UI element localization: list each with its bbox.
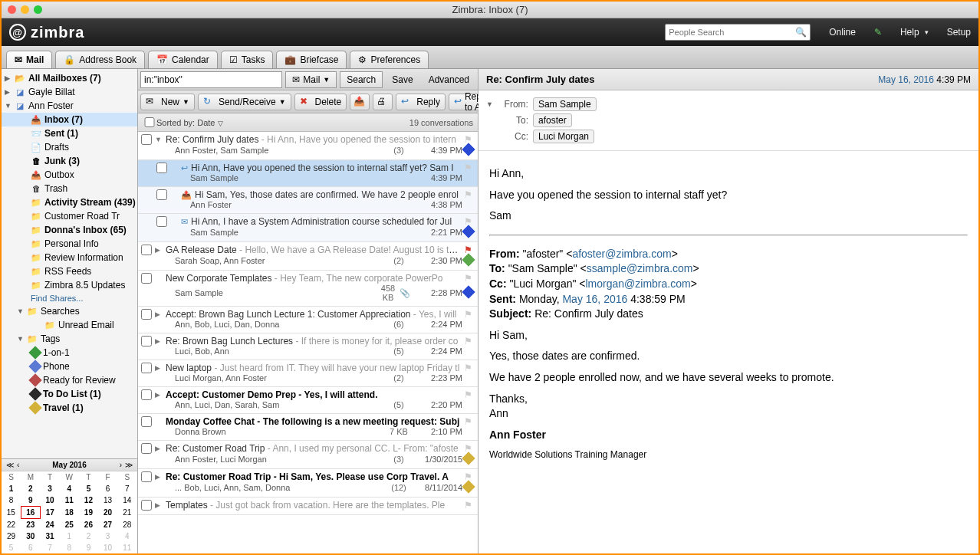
cal-day[interactable]: 23 (21, 519, 40, 531)
find-shares-link[interactable]: Find Shares... (2, 292, 137, 304)
cal-day[interactable]: 31 (40, 530, 59, 542)
select-checkbox[interactable] (141, 245, 152, 255)
folder-zimbra[interactable]: 📁Zimbra 8.5 Updates (2, 278, 137, 292)
cal-day[interactable]: 19 (79, 507, 98, 519)
conversation-item[interactable]: New Corporate Templates - Hey Team, The … (138, 271, 478, 307)
cal-day[interactable]: 1 (60, 530, 79, 542)
tab-address-book[interactable]: 🔒Address Book (55, 51, 145, 68)
flag-icon[interactable]: ⚑ (464, 336, 475, 346)
cal-day[interactable]: 16 (21, 507, 40, 519)
search-icon[interactable]: 🔍 (795, 27, 807, 38)
expand-toggle[interactable]: ▶ (155, 246, 163, 254)
print-button[interactable]: 🖨 (373, 94, 393, 110)
tab-tasks[interactable]: ☑Tasks (221, 51, 274, 68)
tab-calendar[interactable]: 📅Calendar (148, 51, 218, 68)
cal-day[interactable]: 24 (40, 519, 59, 531)
flag-icon[interactable]: ⚑ (464, 500, 475, 511)
cal-day[interactable]: 10 (40, 494, 59, 507)
conversation-list[interactable]: ▼ Re: Confirm July dates - Hi Ann, Have … (138, 132, 478, 553)
tags-folder[interactable]: ▼📁 Tags (2, 332, 137, 346)
cal-day[interactable]: 26 (79, 519, 98, 531)
select-checkbox[interactable] (156, 189, 167, 200)
help-menu[interactable]: Help (900, 27, 929, 38)
folder-review[interactable]: 📁Review Information (2, 251, 137, 264)
select-checkbox[interactable] (141, 273, 152, 284)
quoted-cc-email[interactable]: lmorgan@zimbra.com (586, 278, 691, 290)
folder-junk[interactable]: 🗑Junk (3) (2, 154, 137, 168)
expand-toggle[interactable]: ▶ (155, 364, 163, 372)
folder-trash[interactable]: 🗑Trash (2, 182, 137, 195)
expand-toggle[interactable]: ▶ (155, 501, 163, 509)
expand-toggle[interactable]: ▶ (155, 445, 163, 452)
select-checkbox[interactable] (141, 500, 152, 511)
folder-inbox[interactable]: 📥Inbox (7) (2, 113, 137, 126)
reply-button[interactable]: ↩Reply (396, 94, 446, 110)
conversation-item[interactable]: Monday Coffee Chat - The following is a … (138, 414, 478, 441)
search-unread[interactable]: 📁 Unread Email (2, 318, 137, 332)
mail-search-input[interactable] (140, 71, 282, 88)
conversation-item[interactable]: ▶ Accept: Brown Bag Lunch Lecture 1: Cus… (138, 307, 478, 333)
move-button[interactable]: 📤 (350, 94, 370, 110)
message-item[interactable]: ↩ Hi Ann, Have you opened the session to… (138, 160, 478, 187)
cal-day[interactable]: 11 (117, 542, 136, 553)
conversation-item[interactable]: ▶ Accept: Customer Demo Prep - Yes, I wi… (138, 387, 478, 414)
cal-day[interactable]: 12 (79, 494, 98, 507)
tab-briefcase[interactable]: 💼Briefcase (276, 51, 347, 68)
cal-day[interactable]: 2 (21, 483, 40, 494)
cal-next-year[interactable]: ≫ (123, 461, 134, 469)
flag-icon[interactable]: ⚑ (464, 273, 475, 284)
tag-travel[interactable]: Travel (1) (2, 401, 137, 415)
conversation-item[interactable]: ▼ Re: Confirm July dates - Hi Ann, Have … (138, 132, 478, 160)
tab-preferences[interactable]: ⚙Preferences (350, 51, 429, 68)
cal-day[interactable]: 5 (2, 542, 21, 553)
folder-customer[interactable]: 📁Customer Road Tr (2, 209, 137, 223)
quoted-to-email[interactable]: ssample@zimbra.com (587, 262, 693, 274)
save-search-button[interactable]: Save (386, 74, 419, 85)
cal-day[interactable]: 5 (79, 483, 98, 494)
tag-phone[interactable]: Phone (2, 360, 137, 373)
cal-day[interactable]: 18 (60, 507, 79, 519)
account-ann[interactable]: ▼◪ Ann Foster (2, 99, 137, 113)
conversation-item[interactable]: ▶ New laptop - Just heard from IT. They … (138, 360, 478, 387)
quoted-from-email[interactable]: afoster@zimbra.com (572, 248, 671, 260)
online-status[interactable]: Online (829, 27, 856, 38)
search-type-dropdown[interactable]: ✉ Mail ▼ (285, 71, 337, 88)
cal-day[interactable]: 9 (21, 494, 40, 507)
message-item[interactable]: 📤 Hi Sam, Yes, those dates are confirmed… (138, 187, 478, 214)
all-mailboxes[interactable]: ▶📂 All Mailboxes (7) (2, 71, 137, 85)
search-button[interactable]: Search (340, 71, 383, 88)
flag-icon[interactable]: ⚑ (464, 416, 475, 427)
cal-day[interactable]: 4 (60, 483, 79, 494)
cal-day[interactable]: 8 (60, 542, 79, 553)
expand-toggle[interactable]: ▶ (155, 391, 163, 399)
conversation-item[interactable]: ▶ Templates - Just got back from vacatio… (138, 498, 478, 515)
conversation-item[interactable]: ▶ GA Release Date - Hello, We have a GA … (138, 242, 478, 271)
cal-day[interactable]: 14 (117, 494, 136, 507)
sort-control[interactable]: Sorted by: Date ▽ (156, 118, 409, 127)
conversation-item[interactable]: ▶ Re: Customer Road Trip - Ann, I used m… (138, 441, 478, 469)
cal-day[interactable]: 21 (117, 507, 136, 519)
flag-icon[interactable]: ⚑ (464, 163, 475, 173)
cal-day[interactable]: 2 (79, 530, 98, 542)
flag-icon[interactable]: ⚑ (464, 389, 475, 400)
cal-day[interactable]: 29 (2, 530, 21, 542)
tag-ready[interactable]: Ready for Review (2, 373, 137, 387)
compose-pen-icon[interactable]: ✎ (874, 27, 882, 38)
cal-day[interactable]: 13 (98, 494, 117, 507)
cal-day[interactable]: 1 (2, 483, 21, 494)
expand-toggle[interactable]: ▶ (155, 473, 163, 481)
send-receive-button[interactable]: ↻Send/Receive▼ (198, 94, 291, 110)
cal-day[interactable]: 8 (2, 494, 21, 507)
flag-icon[interactable]: ⚑ (464, 309, 475, 320)
cal-day[interactable]: 3 (98, 530, 117, 542)
cal-day[interactable]: 11 (60, 494, 79, 507)
folder-donnas[interactable]: 📁Donna's Inbox (65) (2, 223, 137, 237)
cc-pill[interactable]: Luci Morgan (533, 130, 594, 143)
select-all-checkbox[interactable] (143, 117, 156, 127)
folder-sent[interactable]: 📨Sent (1) (2, 126, 137, 140)
cal-day[interactable]: 7 (40, 542, 59, 553)
cal-day[interactable]: 6 (21, 542, 40, 553)
conversation-item[interactable]: ▶ Re: Customer Road Trip - Hi Sam, Yes. … (138, 469, 478, 498)
select-checkbox[interactable] (141, 309, 152, 320)
select-checkbox[interactable] (141, 363, 152, 373)
